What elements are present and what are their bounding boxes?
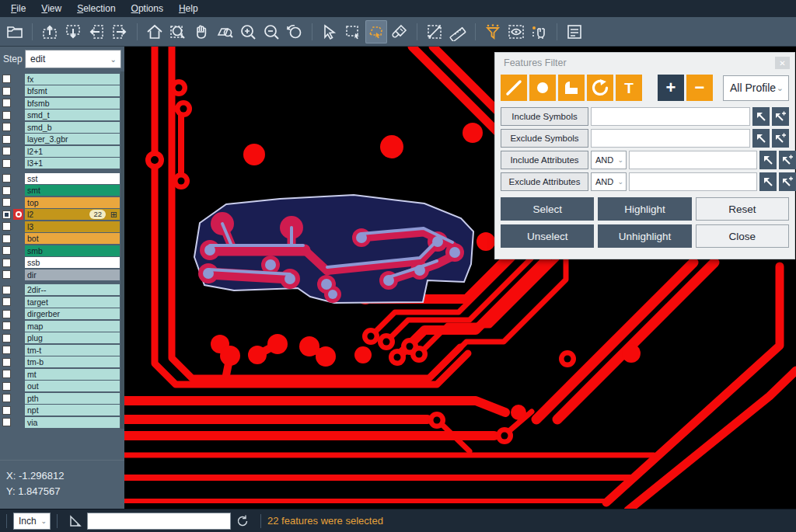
filter-line-button[interactable]	[501, 75, 527, 101]
layer-name[interactable]: layer_3.gbr	[25, 134, 120, 144]
polygon-select-button[interactable]	[365, 20, 387, 43]
layer-name[interactable]: smd_b	[25, 122, 120, 133]
layer-row-l3[interactable]: l3	[2, 221, 124, 233]
paint-brush-button[interactable]	[389, 20, 410, 43]
pan-left-button[interactable]	[86, 20, 107, 43]
menu-selection[interactable]: Selection	[69, 0, 123, 17]
filter-text-button[interactable]: T	[616, 75, 642, 101]
filter-arc-button[interactable]	[587, 75, 613, 101]
command-input[interactable]	[87, 513, 231, 530]
unit-dropdown[interactable]: Inch⌄	[13, 513, 51, 530]
layer-visibility-checkbox[interactable]	[2, 322, 11, 330]
layer-visibility-checkbox[interactable]	[2, 123, 11, 131]
layer-name[interactable]: smd_t	[25, 110, 120, 120]
layer-name[interactable]: l2+1	[25, 146, 120, 157]
layer-row-tm-t[interactable]: tm-t	[2, 344, 124, 356]
layer-name[interactable]: tm-b	[25, 356, 120, 367]
layer-name[interactable]: ssb	[25, 257, 120, 268]
layer-visibility-checkbox[interactable]	[2, 174, 11, 183]
layer-row-layer_3.gbr[interactable]: layer_3.gbr	[2, 134, 124, 146]
layer-row-npt[interactable]: npt	[2, 405, 124, 417]
pick-attribute-button[interactable]	[759, 172, 777, 191]
layer-name[interactable]: smt	[25, 185, 120, 196]
layer-row-sst[interactable]: sst	[2, 172, 124, 185]
layer-name[interactable]: tm-t	[25, 345, 120, 356]
select-button[interactable]: Select	[501, 197, 594, 221]
layer-row-mt[interactable]: mt	[2, 368, 124, 381]
menu-view[interactable]: View	[33, 0, 69, 17]
highlight-button[interactable]: Highlight	[598, 197, 691, 221]
filter-remove-button[interactable]: −	[686, 75, 713, 101]
layer-visibility-checkbox[interactable]	[2, 246, 11, 255]
layer-name[interactable]: l3	[25, 221, 120, 232]
layer-name[interactable]: bot	[25, 233, 120, 244]
zoom-dynamic-button[interactable]	[214, 20, 236, 43]
layer-row-via[interactable]: via	[2, 416, 124, 429]
features-filter-button[interactable]	[482, 20, 504, 43]
layer-name[interactable]: l222⊞	[25, 209, 120, 220]
layer-visibility-checkbox[interactable]	[2, 270, 11, 279]
layer-visibility-checkbox[interactable]	[2, 310, 11, 318]
include-symbols-input[interactable]	[591, 107, 750, 126]
filter-pad-button[interactable]	[529, 75, 556, 101]
layer-visibility-checkbox[interactable]	[2, 198, 11, 207]
layer-name[interactable]: map	[25, 321, 120, 332]
layer-visibility-checkbox[interactable]	[2, 75, 11, 83]
layer-row-plug[interactable]: plug	[2, 332, 124, 345]
layer-visibility-checkbox[interactable]	[2, 358, 11, 367]
layer-visibility-checkbox[interactable]	[2, 87, 11, 96]
pick-attribute-button[interactable]	[759, 151, 777, 169]
layer-row-l2[interactable]: l222⊞	[2, 209, 124, 221]
layer-name[interactable]: dirgerber	[25, 308, 120, 319]
unhighlight-button[interactable]: Unhighlight	[598, 224, 691, 248]
pick-attribute-add-button[interactable]	[779, 151, 796, 169]
pan-up-button[interactable]	[39, 20, 61, 43]
layer-row-l2+1[interactable]: l2+1	[2, 145, 124, 158]
layer-row-dir[interactable]: dir	[2, 269, 124, 281]
layer-list-scrollbar[interactable]	[120, 71, 124, 429]
exclude-attributes-button[interactable]: Exclude Attributes	[501, 172, 588, 191]
layer-visibility-checkbox[interactable]	[2, 370, 11, 378]
view-options-button[interactable]	[505, 20, 527, 43]
include-symbols-button[interactable]: Include Symbols	[501, 107, 588, 126]
close-button[interactable]: Close	[696, 224, 789, 248]
layer-visibility-checkbox[interactable]	[2, 135, 11, 144]
reset-button[interactable]: Reset	[696, 197, 789, 221]
dialog-close-button[interactable]: ✕	[775, 57, 790, 69]
pick-symbol-add-button[interactable]	[772, 107, 789, 126]
layer-row-smd_b[interactable]: smd_b	[2, 121, 124, 134]
filter-surface-button[interactable]	[558, 75, 585, 101]
angle-corner-icon[interactable]	[68, 514, 82, 528]
layer-row-bot[interactable]: bot	[2, 233, 124, 245]
layer-name[interactable]: mt	[25, 369, 120, 380]
refresh-icon[interactable]	[236, 514, 250, 528]
pan-right-button[interactable]	[109, 20, 131, 43]
layer-row-smt[interactable]: smt	[2, 185, 124, 197]
layer-visibility-checkbox[interactable]	[2, 394, 11, 402]
include-attributes-and-dropdown[interactable]: AND⌄	[591, 151, 627, 169]
layer-name[interactable]: smb	[25, 245, 120, 256]
exclude-attributes-and-dropdown[interactable]: AND⌄	[591, 172, 627, 191]
layer-visibility-checkbox[interactable]	[2, 297, 11, 306]
layer-row-dirgerber[interactable]: dirgerber	[2, 308, 124, 321]
zoom-in-button[interactable]	[237, 20, 259, 43]
layer-name[interactable]: pth	[25, 393, 120, 404]
pick-symbol-add-button[interactable]	[772, 129, 789, 148]
zoom-out-button[interactable]	[260, 20, 282, 43]
layer-name[interactable]: l3+1	[25, 158, 120, 169]
layer-visibility-checkbox[interactable]	[2, 186, 11, 195]
layer-row-2dir--[interactable]: 2dir--	[2, 284, 124, 297]
report-list-button[interactable]	[564, 20, 585, 43]
layer-row-bfsmt[interactable]: bfsmt	[2, 85, 124, 98]
layer-row-smd_t[interactable]: smd_t	[2, 110, 124, 122]
pick-attribute-add-button[interactable]	[779, 172, 796, 191]
zoom-previous-button[interactable]	[284, 20, 305, 43]
layer-visibility-checkbox[interactable]	[2, 334, 11, 342]
snap-magnet-button[interactable]	[529, 20, 550, 43]
profile-dropdown[interactable]: All Profile⌄	[723, 75, 789, 101]
select-cursor-button[interactable]	[319, 20, 340, 43]
layer-row-tm-b[interactable]: tm-b	[2, 356, 124, 369]
layer-name[interactable]: sst	[25, 173, 120, 184]
layer-name[interactable]: dir	[25, 269, 120, 280]
layer-visibility-checkbox[interactable]	[2, 222, 11, 231]
